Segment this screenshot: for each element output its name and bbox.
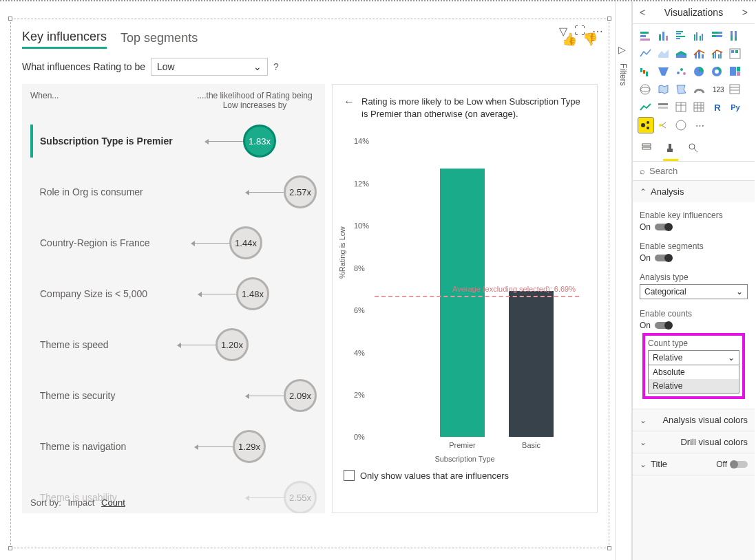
resize-handle[interactable] [8, 17, 12, 21]
line-clustered-icon[interactable] [710, 46, 725, 61]
line-chart-icon[interactable] [638, 46, 653, 61]
influencer-bubble[interactable]: 1.48x [236, 277, 269, 310]
map-icon[interactable] [638, 82, 653, 97]
area-chart-icon[interactable] [656, 46, 671, 61]
section-analysis[interactable]: ⌃Analysis [633, 181, 755, 202]
influencer-row[interactable]: Theme is speed 1.20x [30, 319, 317, 370]
influencer-row[interactable]: Theme is security 2.09x [30, 370, 317, 421]
section-drill-visual-colors[interactable]: ⌄Drill visual colors [633, 431, 755, 453]
resize-handle[interactable] [607, 546, 611, 550]
toggle-enable-ki[interactable]: On [640, 222, 748, 232]
clustered-column-icon[interactable] [692, 28, 707, 43]
filled-map-icon[interactable] [656, 82, 671, 97]
svg-rect-21 [735, 31, 737, 37]
influencers-only-checkbox[interactable] [344, 470, 355, 481]
rating-value-dropdown[interactable]: Low ⌄ [151, 58, 268, 76]
y-tick: 0% [354, 433, 365, 441]
expand-filters-icon[interactable]: ▷ [618, 44, 626, 55]
more-options-icon[interactable]: ⋯ [592, 25, 603, 38]
collapse-pane-icon[interactable]: < [640, 7, 645, 18]
section-title[interactable]: ⌄Title Off [633, 453, 755, 475]
filter-icon[interactable]: ▽ [559, 25, 567, 38]
help-icon[interactable]: ? [273, 61, 279, 72]
influencer-row[interactable]: Company Size is < 5,000 1.48x [30, 268, 317, 319]
sort-impact[interactable]: Impact [67, 497, 94, 508]
back-icon[interactable]: ← [344, 96, 355, 108]
key-influencers-visual[interactable]: ▽ ⛶ ⋯ Key influencers Top segments 👍 👎 W… [10, 19, 609, 548]
search-input[interactable] [649, 166, 756, 176]
clustered-bar-icon[interactable] [674, 28, 689, 43]
chevron-down-icon: ⌄ [640, 460, 647, 469]
waterfall-icon[interactable] [638, 64, 653, 79]
bar-basic[interactable] [509, 291, 554, 437]
toggle-enable-counts[interactable]: On [640, 321, 748, 330]
prop-enable-segments: Enable segments [640, 241, 748, 251]
toggle-title[interactable]: Off [716, 460, 748, 469]
toggle-enable-segments[interactable]: On [640, 253, 748, 263]
card-icon[interactable]: 123 [710, 82, 725, 97]
influencer-bubble[interactable]: 1.29x [233, 430, 266, 463]
analysis-type-dropdown[interactable]: Categorical⌄ [640, 284, 748, 299]
svg-point-48 [640, 85, 650, 94]
treemap-icon[interactable] [728, 64, 743, 79]
option-relative[interactable]: Relative [649, 379, 739, 393]
stacked-area-icon[interactable] [674, 46, 689, 61]
qa-icon[interactable] [674, 118, 689, 133]
r-visual-icon[interactable]: R [710, 100, 725, 115]
scatter-icon[interactable] [674, 64, 689, 79]
svg-rect-4 [662, 32, 664, 41]
influencer-bubble[interactable]: 2.55x [284, 481, 317, 513]
matrix-icon[interactable] [692, 100, 707, 115]
focus-mode-icon[interactable]: ⛶ [574, 25, 585, 38]
influencers-only-label: Only show values that are influencers [360, 471, 509, 481]
resize-handle[interactable] [8, 546, 12, 550]
kpi-icon[interactable] [638, 100, 653, 115]
filters-pane-collapsed[interactable]: ▷ Filters [615, 1, 632, 560]
influencer-bubble[interactable]: 1.20x [216, 328, 249, 361]
shape-map-icon[interactable] [674, 82, 689, 97]
expand-pane-icon[interactable]: > [742, 7, 748, 18]
funnel-icon[interactable] [656, 64, 671, 79]
pie-icon[interactable] [692, 64, 707, 79]
slicer-icon[interactable] [656, 100, 671, 115]
influencer-row[interactable]: Role in Org is consumer 2.57x [30, 166, 317, 217]
option-absolute[interactable]: Absolute [649, 365, 739, 379]
tab-key-influencers[interactable]: Key influencers [22, 30, 107, 49]
analytics-tab-icon[interactable] [686, 140, 702, 161]
donut-icon[interactable] [710, 64, 725, 79]
fields-tab-icon[interactable] [640, 140, 655, 161]
stacked-column-100-icon[interactable] [728, 28, 743, 43]
multi-row-card-icon[interactable] [728, 82, 743, 97]
more-visuals-icon[interactable]: ⋯ [692, 118, 707, 133]
influencer-row[interactable]: Theme is navigation 1.29x [30, 421, 317, 472]
bar-premier[interactable] [440, 169, 485, 437]
svg-rect-1 [640, 35, 646, 37]
influencer-row[interactable]: Subscription Type is Premier 1.83x [30, 116, 317, 166]
svg-rect-72 [642, 147, 651, 149]
sort-count[interactable]: Count [101, 497, 125, 508]
influencer-bubble[interactable]: 2.57x [284, 175, 317, 208]
py-visual-icon[interactable]: Py [728, 100, 743, 115]
ribbon-chart-icon[interactable] [728, 46, 743, 61]
line-column-icon[interactable] [692, 46, 707, 61]
section-analysis-visual-colors[interactable]: ⌄Analysis visual colors [633, 409, 755, 431]
x-tick: Basic [509, 441, 554, 449]
decomposition-tree-icon[interactable] [656, 118, 671, 133]
sort-label: Sort by: [30, 497, 61, 508]
table-icon[interactable] [674, 100, 689, 115]
stacked-bar-100-icon[interactable] [710, 28, 725, 43]
influencer-bubble[interactable]: 1.44x [229, 226, 262, 259]
influencer-bubble[interactable]: 1.83x [243, 125, 276, 158]
influencer-row[interactable]: Country-Region is France 1.44x [30, 217, 317, 268]
stacked-bar-icon[interactable] [638, 28, 653, 43]
count-type-dropdown[interactable]: Relative⌄ [648, 350, 739, 365]
format-tab-icon[interactable] [663, 140, 678, 161]
gauge-icon[interactable] [692, 82, 707, 97]
influencer-bubble[interactable]: 2.09x [284, 379, 317, 412]
tab-top-segments[interactable]: Top segments [120, 31, 198, 48]
stem-line [198, 446, 233, 447]
stacked-column-icon[interactable] [656, 28, 671, 43]
svg-rect-0 [640, 32, 649, 34]
resize-handle[interactable] [607, 17, 611, 21]
key-influencers-icon[interactable] [638, 118, 653, 133]
